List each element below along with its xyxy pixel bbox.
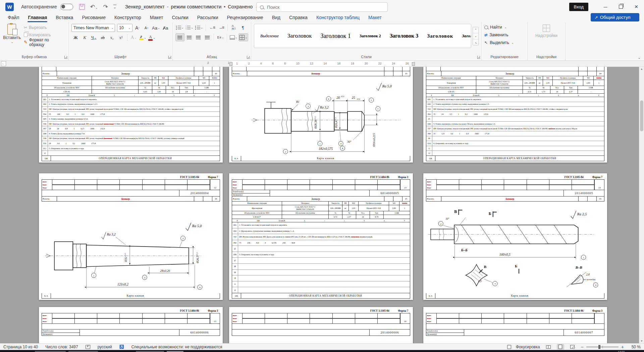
borders-button[interactable]: ⌄ [238, 33, 248, 41]
proofing-icon[interactable]: ✗ [86, 345, 90, 349]
customize-toolbar-icon[interactable]: ⌄ [113, 5, 116, 9]
document-title[interactable]: Зенкер_комплект - режим совместимости • … [125, 4, 258, 9]
indent-marker[interactable] [229, 62, 232, 66]
ribbon-tab[interactable]: Справка [285, 14, 312, 22]
focus-button[interactable]: Фокусировка [516, 345, 540, 349]
ribbon-tab[interactable]: Файл [3, 14, 23, 22]
restore-button[interactable] [613, 0, 629, 13]
document-page[interactable]: ГОСТ 3.1404-86Форма 3 Дубл.Взам.Подл. 15… [39, 307, 223, 343]
select-button[interactable]: ↖Выделить⌄ [484, 39, 525, 46]
style-chip[interactable]: Заголовок 2 [360, 34, 381, 39]
paragraph-dialog-launcher[interactable] [247, 56, 250, 59]
scroll-down-icon[interactable]: ▼ [639, 340, 644, 343]
taskbar-window[interactable] [136, 351, 164, 352]
font-name-select[interactable]: Times New Roman⌄ [71, 24, 115, 32]
indent-marker[interactable] [412, 62, 415, 66]
taskbar-window[interactable] [68, 351, 98, 352]
taskbar-window[interactable] [167, 351, 183, 352]
ribbon-tab[interactable]: Конструктор [110, 14, 146, 22]
ribbon-tab[interactable]: Макет [364, 14, 386, 22]
document-page[interactable]: ГОСТ 3.1105-84Форма 7 Дубл.Взам.Подл. 14… [423, 173, 607, 300]
signin-button[interactable]: Вход [569, 3, 588, 11]
ribbon-tab[interactable]: Главная [23, 14, 51, 22]
align-center-button[interactable] [185, 34, 194, 41]
sort-button[interactable]: АЯ↓ [230, 24, 238, 31]
ribbon-tab[interactable]: Вставка [51, 14, 77, 22]
align-left-button[interactable] [175, 33, 184, 41]
bullets-button[interactable]: ⌄ [175, 24, 184, 31]
numbering-button[interactable]: ⌄ [185, 24, 194, 31]
zoom-slider[interactable] [586, 347, 619, 347]
share-button[interactable]: ↗ Общий доступ⌄ [591, 13, 639, 21]
zoom-slider-thumb[interactable] [598, 345, 600, 349]
accessibility-status[interactable]: Специальные возможности: не поддерживают… [131, 345, 222, 349]
bold-button[interactable]: Ж [71, 34, 80, 41]
document-page[interactable]: ГОСТ 3.1404-86Форма 3 Дубл.Взам.Подл. Ра… [423, 307, 607, 343]
cut-button[interactable]: ✂Вырезать [22, 24, 66, 31]
horizontal-ruler[interactable]: ∟ 2 1 12468101214161820222426 [0, 61, 644, 67]
document-page[interactable]: Н.контр. Зенкер 03 Наименование операции… [39, 67, 223, 163]
save-icon[interactable] [79, 4, 85, 10]
ribbon-tab[interactable]: Рисование [77, 14, 110, 22]
language-indicator[interactable]: русский [98, 345, 112, 349]
paste-button[interactable]: Вставить⌄ [3, 24, 21, 46]
redo-icon[interactable]: ↷ [103, 4, 108, 10]
vertical-scrollbar[interactable]: ▲ ▼ [639, 67, 644, 343]
line-spacing-button[interactable]: ⇕≡⌄ [216, 34, 225, 41]
justify-button[interactable] [203, 34, 212, 41]
find-button[interactable]: Найти⌄ [484, 24, 525, 31]
ribbon-tab[interactable]: Макет [146, 14, 168, 22]
grow-font-button[interactable]: А^ [133, 24, 142, 32]
font-size-select[interactable]: 10⌄ [117, 24, 132, 32]
highlight-button[interactable]: ⌄ [139, 34, 147, 41]
change-case-button[interactable]: Аа⌄ [151, 24, 161, 32]
clipboard-dialog-launcher[interactable] [64, 56, 67, 59]
close-button[interactable]: × [629, 0, 644, 13]
scrollbar-thumb[interactable] [640, 100, 643, 131]
replace-button[interactable]: ⇄Заменить [484, 32, 525, 38]
document-page[interactable]: Н.контр. Зенкер 04 Наименование операции… [423, 67, 607, 163]
styles-up-icon[interactable]: ⌃ [473, 27, 478, 33]
ribbon-tab[interactable]: Ссылки [167, 14, 193, 22]
clear-formatting-button[interactable]: Ⱥа [161, 24, 170, 32]
shrink-font-button[interactable]: А˅ [142, 24, 151, 32]
shading-button[interactable]: ⌄ [229, 34, 238, 41]
ribbon-tab[interactable]: Рецензирование [223, 14, 268, 22]
ribbon-tab[interactable]: Вид [268, 14, 285, 22]
document-page[interactable]: Н.контр. Зенкер 03 [229, 67, 413, 163]
minimize-button[interactable]: ─ [598, 0, 613, 13]
scroll-up-icon[interactable]: ▲ [639, 68, 644, 71]
document-page[interactable]: ГОСТ 3.1404-86Форма 3 Дубл.Взам.Подл. 13… [229, 173, 413, 300]
style-chip[interactable]: Заголовок 1 [320, 33, 351, 40]
style-chip[interactable]: Заголовок 5 [462, 33, 471, 39]
document-page[interactable]: ГОСТ 3.1105-84Форма 7 Дубл.Взам.Подл. 16… [229, 307, 413, 343]
align-right-button[interactable] [194, 34, 203, 41]
subscript-button[interactable]: x₂ [108, 34, 116, 41]
collapse-ribbon-icon[interactable]: ⌄ [638, 56, 641, 59]
taskbar-window[interactable] [35, 351, 66, 352]
italic-button[interactable]: К [80, 34, 89, 41]
zoom-in-button[interactable]: + [621, 344, 624, 350]
style-chip[interactable]: Заголовок [427, 33, 453, 39]
document-page[interactable]: ГОСТ 3.1105-84Форма 7 Дубл.Взам.Подл. 12… [39, 173, 223, 300]
style-chip[interactable]: Заголовок [287, 33, 312, 39]
search-input[interactable] [266, 4, 365, 10]
decrease-indent-button[interactable]: ←≡ [208, 24, 216, 31]
superscript-button[interactable]: x² [117, 34, 125, 41]
increase-indent-button[interactable]: →≡ [217, 24, 225, 31]
zoom-level[interactable]: 50 % [629, 345, 641, 349]
strikethrough-button[interactable]: ab [99, 34, 107, 41]
styles-dialog-launcher[interactable] [477, 56, 480, 59]
page-indicator[interactable]: Страница 10 из 40 [3, 345, 38, 349]
styles-down-icon[interactable]: ⌄ [473, 33, 478, 39]
style-chip[interactable]: Заголовок 3 [390, 33, 418, 39]
ribbon-tab[interactable]: Рассылки [193, 14, 223, 22]
tab-selector[interactable]: ∟ [1, 61, 6, 66]
font-dialog-launcher[interactable] [168, 56, 171, 59]
undo-icon[interactable]: ↶⌄ [90, 4, 98, 10]
pilcrow-button[interactable]: ¶ [239, 24, 247, 31]
print-layout-button[interactable] [557, 344, 564, 350]
font-color-button[interactable]: А⌄ [148, 34, 156, 41]
style-chip[interactable]: Выделение [260, 34, 279, 39]
addins-button[interactable]: Надстройки [534, 25, 559, 38]
